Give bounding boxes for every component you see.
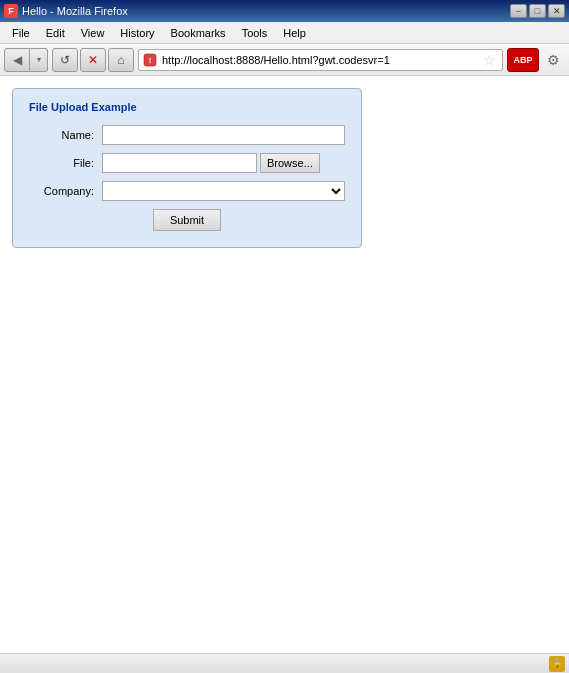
name-label: Name: xyxy=(29,129,94,141)
gear-icon[interactable]: ⚙ xyxy=(541,48,565,72)
company-label: Company: xyxy=(29,185,94,197)
forward-dropdown[interactable]: ▾ xyxy=(30,48,48,72)
company-row: Company: xyxy=(29,181,345,201)
maximize-button[interactable]: □ xyxy=(529,4,546,18)
file-row: File: Browse... xyxy=(29,153,345,173)
security-icon: ! xyxy=(143,53,159,67)
address-text: http://localhost:8888/Hello.html?gwt.cod… xyxy=(162,54,481,66)
address-bar[interactable]: ! http://localhost:8888/Hello.html?gwt.c… xyxy=(138,49,503,71)
menu-history[interactable]: History xyxy=(112,25,162,41)
file-input[interactable] xyxy=(102,153,257,173)
submit-row: Submit xyxy=(29,209,345,231)
window-controls: − □ ✕ xyxy=(510,4,565,18)
reload-button[interactable]: ↺ xyxy=(52,48,78,72)
name-input[interactable] xyxy=(102,125,345,145)
stop-button[interactable]: ✕ xyxy=(80,48,106,72)
menu-edit[interactable]: Edit xyxy=(38,25,73,41)
menu-tools[interactable]: Tools xyxy=(234,25,276,41)
content-area: File Upload Example Name: File: Browse..… xyxy=(0,76,569,653)
status-bar: 🔒 xyxy=(0,653,569,673)
toolbar: ◀ ▾ ↺ ✕ ⌂ ! http://localhost:8888/Hello.… xyxy=(0,44,569,76)
back-button[interactable]: ◀ xyxy=(4,48,30,72)
nav-group: ◀ ▾ xyxy=(4,48,48,72)
minimize-button[interactable]: − xyxy=(510,4,527,18)
name-row: Name: xyxy=(29,125,345,145)
menu-bar: File Edit View History Bookmarks Tools H… xyxy=(0,22,569,44)
menu-file[interactable]: File xyxy=(4,25,38,41)
window-title: Hello - Mozilla Firefox xyxy=(22,5,128,17)
bookmark-star-icon[interactable]: ☆ xyxy=(483,52,496,68)
panel-title: File Upload Example xyxy=(29,101,345,113)
file-label: File: xyxy=(29,157,94,169)
abp-button[interactable]: ABP xyxy=(507,48,539,72)
status-icon: 🔒 xyxy=(549,656,565,672)
browser-icon: F xyxy=(4,4,18,18)
form-panel: File Upload Example Name: File: Browse..… xyxy=(12,88,362,248)
menu-bookmarks[interactable]: Bookmarks xyxy=(163,25,234,41)
home-button[interactable]: ⌂ xyxy=(108,48,134,72)
menu-help[interactable]: Help xyxy=(275,25,314,41)
svg-text:!: ! xyxy=(149,56,152,65)
browse-button[interactable]: Browse... xyxy=(260,153,320,173)
title-bar: F Hello - Mozilla Firefox − □ ✕ xyxy=(0,0,569,22)
close-button[interactable]: ✕ xyxy=(548,4,565,18)
submit-button[interactable]: Submit xyxy=(153,209,221,231)
file-input-group: Browse... xyxy=(102,153,320,173)
company-select[interactable] xyxy=(102,181,345,201)
menu-view[interactable]: View xyxy=(73,25,113,41)
